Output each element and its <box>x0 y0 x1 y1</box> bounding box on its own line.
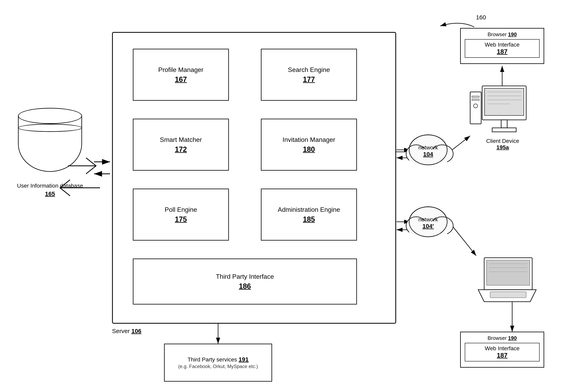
svg-point-31 <box>409 207 447 237</box>
browser2-webif-num: 187 <box>469 352 535 359</box>
browser-box-2: Browser 190 Web Interface 187 <box>460 332 544 368</box>
cyl-midline <box>18 124 82 132</box>
client-device-2-label: Client Device 195b <box>486 258 519 271</box>
invitation-manager-num: 180 <box>303 145 315 154</box>
svg-line-15 <box>452 226 476 256</box>
svg-point-34 <box>411 222 445 238</box>
svg-point-20 <box>431 145 453 163</box>
profile-manager-name: Profile Manager <box>158 66 203 74</box>
thirdparty-interface-num: 186 <box>239 282 251 290</box>
svg-rect-51 <box>501 120 507 128</box>
module-search-engine: Search Engine 177 <box>261 49 357 101</box>
svg-text:network: network <box>418 144 438 151</box>
svg-rect-22 <box>409 149 447 167</box>
svg-point-32 <box>406 217 426 235</box>
svg-rect-55 <box>472 99 479 101</box>
svg-rect-54 <box>472 96 479 97</box>
browser-box-1: Browser 190 Web Interface 187 <box>460 28 544 64</box>
svg-rect-53 <box>470 92 481 124</box>
svg-line-11 <box>452 136 470 150</box>
browser2-title: Browser 190 <box>465 335 540 341</box>
server-box: Profile Manager 167 Search Engine 177 Sm… <box>112 32 396 324</box>
svg-point-39 <box>431 217 453 235</box>
thirdparty-services-box: Third Party services 191 (e.g. Facebook,… <box>164 344 272 382</box>
svg-text:104': 104' <box>422 223 434 229</box>
svg-rect-28 <box>406 130 450 170</box>
poll-engine-name: Poll Engine <box>165 206 197 214</box>
svg-point-26 <box>431 145 453 163</box>
database-cylinder <box>18 108 82 180</box>
diagram: 160 Profile Manager 167 Search Engine 17… <box>0 0 578 392</box>
database-group: User Information database 165 <box>6 108 94 198</box>
admin-engine-num: 185 <box>303 215 315 224</box>
svg-point-36 <box>409 207 447 237</box>
browser1-webif-label: Web Interface <box>469 41 535 48</box>
module-invitation-manager: Invitation Manager 180 <box>261 119 357 171</box>
svg-point-21 <box>411 150 445 166</box>
module-admin-engine: Administration Engine 185 <box>261 189 357 240</box>
svg-rect-62 <box>490 292 526 298</box>
svg-text:network: network <box>418 216 438 223</box>
svg-point-23 <box>409 135 447 165</box>
database-label: User Information database 165 <box>17 182 83 198</box>
smart-matcher-name: Smart Matcher <box>160 136 202 144</box>
module-profile-manager: Profile Manager 167 <box>133 49 229 101</box>
svg-text:104: 104 <box>423 151 433 157</box>
svg-point-24 <box>409 135 447 165</box>
svg-rect-52 <box>492 128 516 132</box>
svg-point-38 <box>406 217 426 235</box>
tps-name: Third Party services 191 <box>188 356 248 363</box>
client-device-1-label: Client Device 195a <box>486 138 519 151</box>
browser1-title: Browser 190 <box>465 31 540 38</box>
svg-point-33 <box>431 217 453 235</box>
svg-point-25 <box>406 145 426 163</box>
browser1-webif-num: 187 <box>469 48 535 55</box>
smart-matcher-num: 172 <box>175 145 187 154</box>
invitation-manager-name: Invitation Manager <box>283 136 335 144</box>
ref-160-label: 160 <box>476 14 486 21</box>
search-engine-num: 177 <box>303 75 315 84</box>
svg-point-18 <box>409 135 447 165</box>
browser2-webif-label: Web Interface <box>469 345 535 352</box>
svg-rect-41 <box>406 202 450 242</box>
svg-rect-35 <box>409 221 447 239</box>
thirdparty-interface-name: Third Party Interface <box>216 273 274 281</box>
admin-engine-name: Administration Engine <box>278 206 340 214</box>
profile-manager-num: 167 <box>175 75 187 84</box>
server-label: Server 106 <box>112 328 142 334</box>
module-poll-engine: Poll Engine 175 <box>133 189 229 240</box>
db-num: 165 <box>45 190 55 197</box>
svg-point-19 <box>406 145 426 163</box>
cyl-top <box>18 108 82 124</box>
svg-rect-46 <box>484 88 524 116</box>
db-name: User Information database <box>17 183 83 189</box>
module-thirdparty-interface: Third Party Interface 186 <box>133 259 357 305</box>
svg-point-56 <box>474 104 478 108</box>
tps-sub: (e.g. Facebook, Orkut, MySpace etc.) <box>178 364 258 369</box>
module-smart-matcher: Smart Matcher 172 <box>133 119 229 171</box>
poll-engine-num: 175 <box>175 215 187 224</box>
svg-rect-45 <box>482 86 526 120</box>
svg-point-27 <box>411 150 445 166</box>
svg-point-40 <box>411 222 445 238</box>
search-engine-name: Search Engine <box>288 66 330 74</box>
svg-point-37 <box>409 207 447 237</box>
